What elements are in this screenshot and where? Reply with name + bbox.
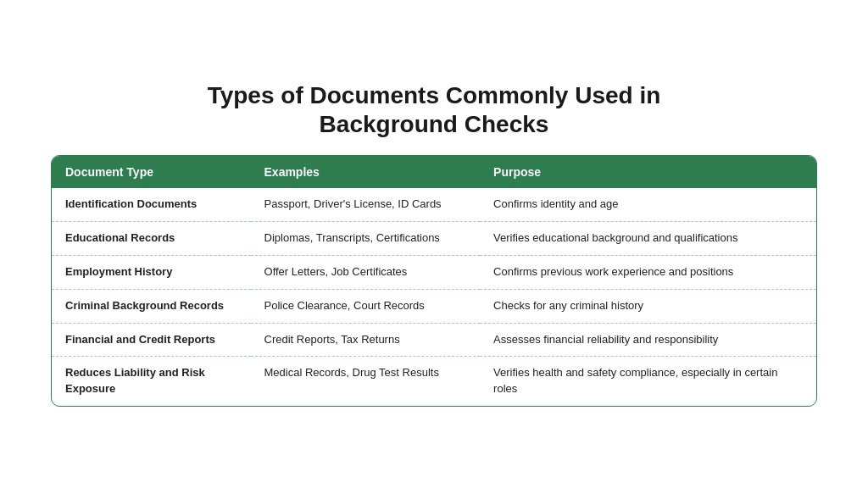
cell-examples: Passport, Driver's License, ID Cards bbox=[251, 188, 481, 221]
cell-examples: Police Clearance, Court Records bbox=[251, 289, 481, 323]
table-row: Identification DocumentsPassport, Driver… bbox=[52, 188, 816, 221]
cell-purpose: Confirms identity and age bbox=[480, 188, 816, 221]
cell-purpose: Verifies educational background and qual… bbox=[480, 221, 816, 255]
cell-doc-type: Educational Records bbox=[52, 221, 251, 255]
cell-examples: Medical Records, Drug Test Results bbox=[251, 357, 481, 406]
cell-examples: Offer Letters, Job Certificates bbox=[251, 255, 481, 289]
cell-doc-type: Financial and Credit Reports bbox=[52, 323, 251, 357]
table-row: Reduces Liability and Risk ExposureMedic… bbox=[52, 357, 816, 406]
cell-doc-type: Employment History bbox=[52, 255, 251, 289]
col-header-purpose: Purpose bbox=[480, 156, 816, 188]
cell-purpose: Verifies health and safety compliance, e… bbox=[480, 357, 816, 406]
cell-purpose: Confirms previous work experience and po… bbox=[480, 255, 816, 289]
cell-doc-type: Criminal Background Records bbox=[52, 289, 251, 323]
table-row: Employment HistoryOffer Letters, Job Cer… bbox=[52, 255, 816, 289]
table-row: Criminal Background RecordsPolice Cleara… bbox=[52, 289, 816, 323]
cell-examples: Credit Reports, Tax Returns bbox=[251, 323, 481, 357]
cell-examples: Diplomas, Transcripts, Certifications bbox=[251, 221, 481, 255]
main-table-wrapper: Document Type Examples Purpose Identific… bbox=[51, 155, 817, 407]
cell-purpose: Assesses financial reliability and respo… bbox=[480, 323, 816, 357]
page-title: Types of Documents Commonly Used in Back… bbox=[208, 81, 661, 138]
table-header-row: Document Type Examples Purpose bbox=[52, 156, 816, 188]
cell-doc-type: Identification Documents bbox=[52, 188, 251, 221]
table-row: Financial and Credit ReportsCredit Repor… bbox=[52, 323, 816, 357]
table-row: Educational RecordsDiplomas, Transcripts… bbox=[52, 221, 816, 255]
col-header-doc-type: Document Type bbox=[52, 156, 251, 188]
cell-purpose: Checks for any criminal history bbox=[480, 289, 816, 323]
cell-doc-type: Reduces Liability and Risk Exposure bbox=[52, 357, 251, 406]
documents-table: Document Type Examples Purpose Identific… bbox=[52, 156, 816, 406]
col-header-examples: Examples bbox=[251, 156, 481, 188]
